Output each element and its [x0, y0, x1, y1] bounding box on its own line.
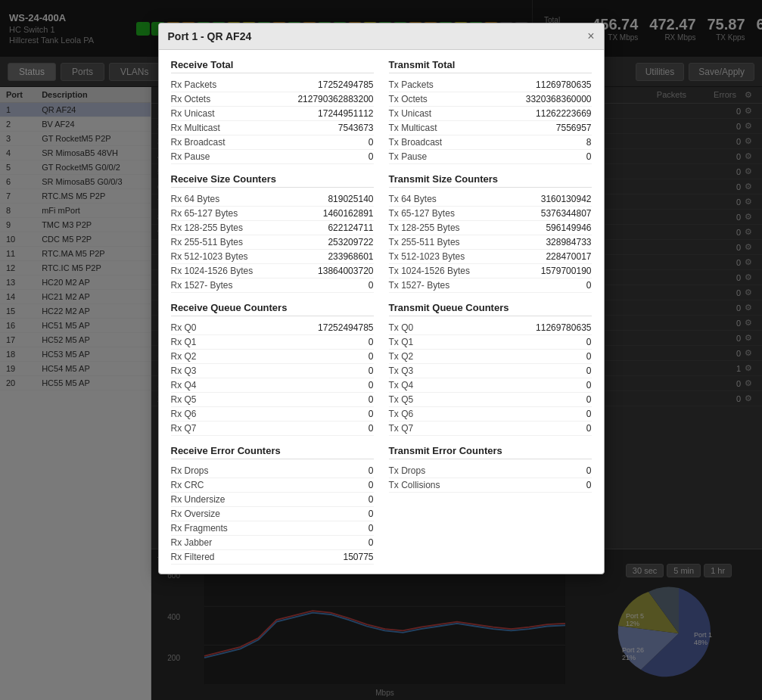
modal-right-col: Transmit Total Tx Packets11269780635Tx O…	[389, 59, 592, 565]
stat-label: Tx Multicast	[389, 123, 437, 133]
stat-label: Rx 128-255 Bytes	[171, 222, 243, 233]
modal-columns: Receive Total Rx Packets17252494785Rx Oc…	[171, 59, 592, 565]
stat-row: Tx Q10	[389, 335, 592, 350]
stat-value: 0	[369, 351, 374, 362]
stat-label: Rx Q4	[171, 380, 197, 390]
stat-value: 0	[586, 337, 592, 347]
receive-error-title: Receive Error Counters	[171, 445, 374, 459]
transmit-queue-stats: Tx Q011269780635Tx Q10Tx Q20Tx Q30Tx Q40…	[389, 321, 592, 436]
stat-label: Rx Broadcast	[171, 137, 225, 148]
stat-label: Tx Drops	[389, 465, 426, 476]
stat-label: Tx 65-127 Bytes	[389, 208, 455, 219]
stat-value: 0	[369, 337, 374, 347]
stat-row: Tx Unicast11262223669	[389, 107, 592, 121]
transmit-queue-title: Transmit Queue Counters	[389, 302, 592, 316]
stat-row: Rx Drops0	[171, 464, 374, 478]
stat-label: Tx 128-255 Bytes	[389, 222, 460, 233]
stat-row: Rx Q017252494785	[171, 321, 374, 335]
stat-label: Rx 65-127 Bytes	[171, 208, 238, 219]
stat-label: Rx Q7	[171, 423, 197, 434]
stat-value: 11269780635	[536, 322, 591, 333]
stat-label: Rx Q1	[171, 337, 197, 347]
stat-value: 0	[369, 366, 374, 376]
stat-value: 11262223669	[536, 108, 591, 119]
stat-value: 0	[369, 151, 374, 162]
stat-value: 5376344807	[541, 208, 592, 219]
modal-header: Port 1 - QR AF24 ×	[159, 23, 604, 50]
stat-value: 622124711	[328, 222, 373, 233]
stat-row: Rx Q70	[171, 422, 374, 436]
stat-value: 0	[586, 423, 592, 434]
transmit-size-title: Transmit Size Counters	[389, 173, 592, 188]
stat-label: Rx Pause	[171, 151, 210, 162]
stat-row: Rx 1024-1526 Bytes13864003720	[171, 264, 374, 278]
stat-row: Tx Collisions0	[389, 478, 592, 493]
stat-value: 0	[369, 280, 374, 291]
receive-queue-stats: Rx Q017252494785Rx Q10Rx Q20Rx Q30Rx Q40…	[171, 321, 374, 436]
stat-label: Rx 255-511 Bytes	[171, 237, 243, 247]
stat-label: Tx 1527- Bytes	[389, 280, 450, 291]
stat-row: Rx 512-1023 Bytes233968601	[171, 250, 374, 264]
stat-label: Tx 1024-1526 Bytes	[389, 266, 470, 276]
stat-label: Rx 1527- Bytes	[171, 280, 233, 291]
stat-row: Tx Q011269780635	[389, 321, 592, 335]
stat-row: Tx Octets3320368360000	[389, 92, 592, 107]
stat-row: Rx Undersize0	[171, 493, 374, 507]
stat-row: Tx 512-1023 Bytes228470017	[389, 250, 592, 264]
stat-value: 8	[586, 137, 592, 148]
stat-value: 0	[586, 366, 592, 376]
stat-label: Rx Filtered	[171, 552, 215, 562]
receive-total-title: Receive Total	[171, 59, 374, 73]
modal-left-col: Receive Total Rx Packets17252494785Rx Oc…	[171, 59, 374, 565]
stat-label: Tx Octets	[389, 94, 428, 104]
receive-size-stats: Rx 64 Bytes819025140Rx 65-127 Bytes14601…	[171, 192, 374, 293]
modal-overlay: Port 1 - QR AF24 × Receive Total Rx Pack…	[0, 0, 762, 700]
stat-row: Rx Multicast7543673	[171, 121, 374, 135]
stat-label: Tx Packets	[389, 79, 434, 90]
stat-value: 1579700190	[541, 266, 592, 276]
transmit-total-title: Transmit Total	[389, 59, 592, 73]
stat-value: 0	[586, 465, 592, 476]
stat-label: Rx Q2	[171, 351, 197, 362]
stat-value: 0	[586, 351, 592, 362]
stat-label: Rx Multicast	[171, 123, 220, 133]
stat-label: Rx Drops	[171, 465, 209, 476]
stat-row: Rx Packets17252494785	[171, 78, 374, 92]
stat-row: Rx Octets212790362883200	[171, 92, 374, 107]
stat-label: Rx 512-1023 Bytes	[171, 251, 248, 262]
stat-row: Tx Multicast7556957	[389, 121, 592, 135]
receive-queue-title: Receive Queue Counters	[171, 302, 374, 316]
stat-row: Tx Drops0	[389, 464, 592, 478]
stat-value: 150775	[343, 552, 373, 562]
stat-value: 0	[586, 409, 592, 419]
stat-value: 13864003720	[318, 266, 373, 276]
stat-label: Rx Oversize	[171, 509, 220, 519]
stat-row: Tx Q50	[389, 393, 592, 407]
stat-value: 0	[369, 137, 374, 148]
stat-value: 0	[369, 380, 374, 390]
stat-label: Rx Unicast	[171, 108, 215, 119]
stat-value: 328984733	[546, 237, 591, 247]
stat-row: Tx 1024-1526 Bytes1579700190	[389, 264, 592, 278]
stat-label: Rx Q0	[171, 322, 197, 333]
stat-row: Tx Q70	[389, 422, 592, 436]
transmit-error-title: Transmit Error Counters	[389, 445, 592, 459]
stat-row: Tx Packets11269780635	[389, 78, 592, 92]
stat-label: Tx Q3	[389, 366, 414, 376]
transmit-total-stats: Tx Packets11269780635Tx Octets3320368360…	[389, 78, 592, 164]
stat-label: Tx 512-1023 Bytes	[389, 251, 465, 262]
port-detail-modal: Port 1 - QR AF24 × Receive Total Rx Pack…	[158, 23, 605, 574]
stat-label: Tx Q7	[389, 423, 414, 434]
stat-label: Tx Broadcast	[389, 137, 443, 148]
stat-value: 0	[369, 409, 374, 419]
receive-error-stats: Rx Drops0Rx CRC0Rx Undersize0Rx Oversize…	[171, 464, 374, 565]
stat-value: 0	[369, 509, 374, 519]
stat-label: Rx Packets	[171, 79, 217, 90]
stat-row: Rx Oversize0	[171, 507, 374, 521]
stat-row: Rx Q50	[171, 393, 374, 407]
modal-close-button[interactable]: ×	[587, 30, 594, 43]
stat-row: Rx Fragments0	[171, 521, 374, 536]
modal-title: Port 1 - QR AF24	[168, 30, 252, 42]
stat-row: Tx 255-511 Bytes328984733	[389, 235, 592, 250]
stat-label: Rx Jabber	[171, 537, 213, 548]
